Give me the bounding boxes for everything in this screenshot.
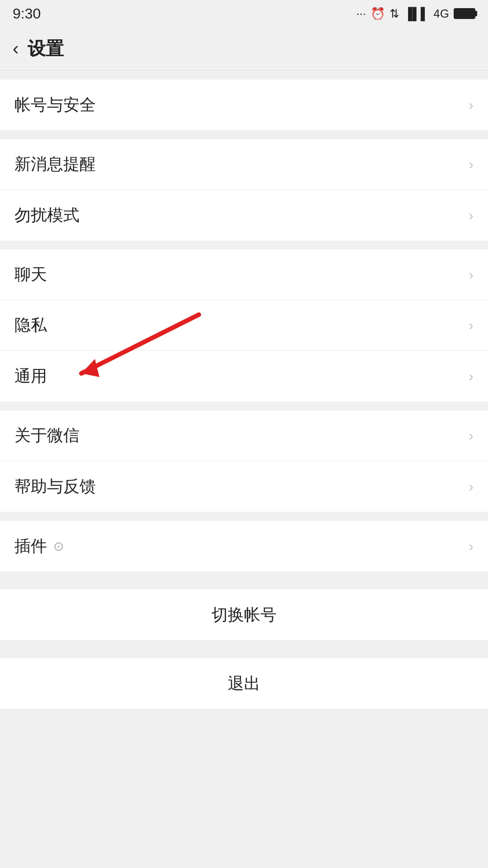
page-title: 设置 [28, 36, 64, 61]
status-time: 9:30 [13, 5, 41, 22]
settings-item-help-feedback[interactable]: 帮助与反馈 › [0, 461, 488, 512]
settings-item-label-general: 通用 [14, 365, 47, 387]
section-gap-2 [0, 130, 488, 139]
settings-item-plugins[interactable]: 插件 ⊙ › [0, 521, 488, 571]
battery-icon [454, 8, 475, 19]
section-gap-7 [0, 640, 488, 649]
settings-item-chat[interactable]: 聊天 › [0, 250, 488, 300]
settings-item-account-security[interactable]: 帐号与安全 › [0, 80, 488, 130]
chevron-icon-privacy: › [469, 317, 474, 334]
settings-item-dnd-mode[interactable]: 勿扰模式 › [0, 190, 488, 241]
network-4g-icon: 4G [433, 7, 449, 21]
settings-item-about-wechat[interactable]: 关于微信 › [0, 410, 488, 461]
settings-item-new-message-notify[interactable]: 新消息提醒 › [0, 139, 488, 190]
section-gap-6 [0, 571, 488, 580]
settings-item-label-help-feedback: 帮助与反馈 [14, 476, 96, 498]
status-bar: 9:30 ··· ⏰ ⇅ ▐▌▌ 4G [0, 0, 488, 27]
chevron-icon-chat: › [469, 266, 474, 283]
section-gap-5 [0, 512, 488, 521]
settings-item-label-new-message-notify: 新消息提醒 [14, 153, 96, 175]
status-icons: ··· ⏰ ⇅ ▐▌▌ 4G [356, 7, 475, 21]
logout-label: 退出 [228, 673, 260, 695]
settings-item-label-privacy: 隐私 [14, 314, 47, 336]
settings-item-general[interactable]: 通用 › [0, 351, 488, 401]
signal-dots-icon: ··· [356, 7, 366, 21]
chevron-icon-general: › [469, 368, 474, 385]
settings-group-5: 插件 ⊙ › [0, 521, 488, 571]
settings-item-label-dnd-mode: 勿扰模式 [14, 204, 80, 226]
transfer-icon: ⇅ [389, 7, 399, 21]
chevron-icon-plugins: › [469, 538, 474, 555]
section-gap-bottom [0, 709, 488, 736]
nav-bar: ‹ 设置 [0, 27, 488, 71]
section-gap-4 [0, 401, 488, 410]
logout-button[interactable]: 退出 [0, 658, 488, 709]
settings-item-label-about-wechat: 关于微信 [14, 425, 80, 447]
settings-item-label-account-security: 帐号与安全 [14, 94, 96, 116]
switch-account-button[interactable]: 切换帐号 [0, 590, 488, 640]
svg-marker-1 [81, 359, 99, 377]
settings-group-4: 关于微信 › 帮助与反馈 › [0, 410, 488, 512]
chevron-icon-dnd-mode: › [469, 207, 474, 224]
page-wrapper: 9:30 ··· ⏰ ⇅ ▐▌▌ 4G ‹ 设置 帐号与安全 › 新消息提醒 › [0, 0, 488, 736]
section-gap-1 [0, 71, 488, 80]
chevron-icon-about-wechat: › [469, 427, 474, 444]
settings-group-1: 帐号与安全 › [0, 80, 488, 130]
section-gap-3 [0, 241, 488, 250]
chevron-icon-account-security: › [469, 97, 474, 113]
signal-bars-icon: ▐▌▌ [404, 7, 429, 21]
settings-item-label-chat: 聊天 [14, 264, 47, 286]
settings-item-privacy[interactable]: 隐私 › [0, 300, 488, 351]
settings-item-label-plugins: 插件 ⊙ [14, 535, 64, 557]
logout-section: 退出 [0, 658, 488, 709]
back-button[interactable]: ‹ [13, 38, 19, 59]
plugin-icon: ⊙ [53, 539, 64, 554]
settings-group-3: 聊天 › 隐私 › 通用 › [0, 250, 488, 401]
action-section: 切换帐号 [0, 590, 488, 640]
alarm-icon: ⏰ [371, 7, 385, 21]
switch-account-label: 切换帐号 [211, 604, 277, 626]
chevron-icon-help-feedback: › [469, 478, 474, 495]
chevron-icon-new-message-notify: › [469, 156, 474, 173]
settings-group-2: 新消息提醒 › 勿扰模式 › [0, 139, 488, 241]
